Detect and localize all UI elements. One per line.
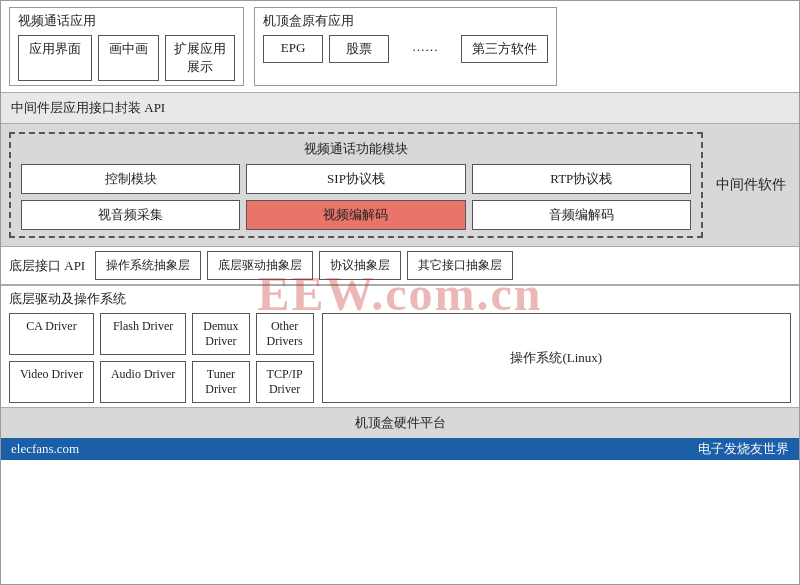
- interface-item-3: 其它接口抽象层: [407, 251, 513, 280]
- bottom-bar-left: elecfans.com: [11, 441, 79, 457]
- driver-other: OtherDrivers: [256, 313, 314, 355]
- drivers-content: CA Driver Flash Driver DemuxDriver Other…: [9, 313, 791, 403]
- hardware-row: 机顶盒硬件平台: [1, 407, 799, 438]
- interface-item-1: 底层驱动抽象层: [207, 251, 313, 280]
- main-container: 视频通话应用 应用界面 画中画 扩展应用展示 机顶盒原有应用 EPG 股票 ………: [0, 0, 800, 585]
- video-func-box: 视频通话功能模块 控制模块 SIP协议栈 RTP协议栈 视音频采集 视频编解码 …: [9, 132, 703, 238]
- base-api-label: 底层接口 API: [9, 257, 85, 275]
- interface-row: 底层接口 API 操作系统抽象层 底层驱动抽象层 协议抽象层 其它接口抽象层: [1, 246, 799, 285]
- driver-ca: CA Driver: [9, 313, 94, 355]
- video-app-box: 视频通话应用 应用界面 画中画 扩展应用展示: [9, 7, 244, 86]
- app-item-0: 应用界面: [18, 35, 92, 81]
- drivers-section: 底层驱动及操作系统 CA Driver Flash Driver DemuxDr…: [1, 285, 799, 407]
- middle-section: 视频通话功能模块 控制模块 SIP协议栈 RTP协议栈 视音频采集 视频编解码 …: [1, 124, 799, 246]
- func-item-5: 音频编解码: [472, 200, 691, 230]
- settop-app-title: 机顶盒原有应用: [263, 12, 548, 30]
- drivers-grid: CA Driver Flash Driver DemuxDriver Other…: [9, 313, 314, 403]
- stb-item-2: ……: [395, 35, 455, 63]
- interface-item-0: 操作系统抽象层: [95, 251, 201, 280]
- video-func-grid: 控制模块 SIP协议栈 RTP协议栈 视音频采集 视频编解码 音频编解码: [21, 164, 691, 230]
- stb-item-3: 第三方软件: [461, 35, 548, 63]
- driver-demux: DemuxDriver: [192, 313, 249, 355]
- bottom-bar-right: 电子发烧友世界: [698, 440, 789, 458]
- func-item-4: 视频编解码: [246, 200, 465, 230]
- func-item-0: 控制模块: [21, 164, 240, 194]
- interface-item-2: 协议抽象层: [319, 251, 401, 280]
- func-item-3: 视音频采集: [21, 200, 240, 230]
- video-func-title: 视频通话功能模块: [21, 140, 691, 158]
- drivers-title: 底层驱动及操作系统: [9, 290, 791, 308]
- driver-tcpip: TCP/IPDriver: [256, 361, 314, 403]
- settop-app-box: 机顶盒原有应用 EPG 股票 …… 第三方软件: [254, 7, 557, 86]
- middleware-software-label: 中间件软件: [711, 132, 791, 238]
- driver-audio: Audio Driver: [100, 361, 186, 403]
- video-app-title: 视频通话应用: [18, 12, 235, 30]
- video-app-items: 应用界面 画中画 扩展应用展示: [18, 35, 235, 81]
- driver-tuner: TunerDriver: [192, 361, 249, 403]
- func-item-2: RTP协议栈: [472, 164, 691, 194]
- top-row: 视频通话应用 应用界面 画中画 扩展应用展示 机顶盒原有应用 EPG 股票 ………: [1, 1, 799, 92]
- driver-flash: Flash Driver: [100, 313, 186, 355]
- driver-video: Video Driver: [9, 361, 94, 403]
- bottom-bar: elecfans.com 电子发烧友世界: [1, 438, 799, 460]
- hardware-label: 机顶盒硬件平台: [355, 415, 446, 430]
- middleware-api-label: 中间件层应用接口封装 API: [11, 100, 165, 115]
- middleware-api-row: 中间件层应用接口封装 API: [1, 92, 799, 124]
- settop-app-items: EPG 股票 …… 第三方软件: [263, 35, 548, 63]
- stb-item-0: EPG: [263, 35, 323, 63]
- func-item-1: SIP协议栈: [246, 164, 465, 194]
- app-item-1: 画中画: [98, 35, 159, 81]
- os-label: 操作系统(Linux): [510, 349, 602, 367]
- os-box: 操作系统(Linux): [322, 313, 791, 403]
- stb-item-1: 股票: [329, 35, 389, 63]
- app-item-2: 扩展应用展示: [165, 35, 235, 81]
